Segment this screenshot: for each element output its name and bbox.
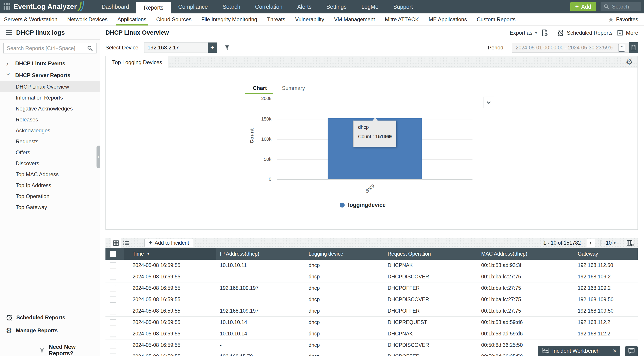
table-row[interactable]: 2024-05-08 16:59:55 - dhcp DHCPDISCOVER … [106, 271, 638, 282]
row-checkbox[interactable] [110, 274, 116, 280]
tree-item-releases[interactable]: Releases [0, 114, 100, 125]
grid-view-button[interactable] [111, 238, 121, 248]
table-row[interactable]: 2024-05-08 16:59:55 192.168.109.197 dhcp… [106, 305, 638, 317]
next-page-button[interactable]: › [586, 239, 595, 247]
device-input[interactable] [144, 42, 208, 53]
export-as-button[interactable]: Export as ▾ [510, 30, 537, 36]
page-size-select[interactable]: 10 ▾ [606, 240, 616, 246]
table-row[interactable]: 2024-05-08 16:59:55 10.10.10.14 dhcp DHC… [106, 317, 638, 328]
add-to-incident-label: Add to Incident [155, 240, 189, 246]
filter-button[interactable] [224, 45, 230, 50]
list-view-button[interactable] [121, 238, 132, 248]
row-checkbox[interactable] [110, 285, 116, 291]
tab-top-logging-devices[interactable]: Top Logging Devices [106, 56, 168, 68]
column-header-logging-device[interactable]: Logging device [305, 251, 384, 257]
column-chooser-icon[interactable] [626, 240, 634, 246]
tree-item-information-reports[interactable]: Information Reports [0, 92, 100, 103]
ytick-50k: 50k [244, 157, 272, 162]
summary-tab[interactable]: Summary [282, 85, 305, 91]
app-logo[interactable]: EventLog Analyzer [14, 0, 85, 13]
subnav-applications[interactable]: Applications [112, 13, 151, 25]
row-checkbox[interactable] [110, 308, 116, 314]
row-checkbox[interactable] [110, 354, 116, 356]
tree-item-top-gateway[interactable]: Top Gateway [0, 202, 100, 213]
app-grid-icon[interactable] [4, 3, 10, 10]
column-header-mac[interactable]: MAC Address(dhcp) [478, 251, 574, 257]
top-nav-dashboard[interactable]: Dashboard [94, 0, 136, 13]
top-nav-alerts[interactable]: Alerts [290, 0, 319, 13]
chart-tab[interactable]: Chart [253, 85, 267, 91]
report-search-input[interactable] [7, 45, 87, 51]
add-button[interactable]: + Add [570, 2, 596, 11]
subnav-vm-management[interactable]: VM Management [329, 13, 380, 25]
tree-group-dhcp-linux-events[interactable]: › DHCP Linux Events [0, 57, 100, 69]
subnav-file-integrity-monitoring[interactable]: File Integrity Monitoring [196, 13, 262, 25]
tree-item-negative-acknowledges[interactable]: Negative Acknowledges [0, 103, 100, 114]
subnav-threats[interactable]: Threats [262, 13, 290, 25]
tree-item-top-operation[interactable]: Top Operation [0, 191, 100, 202]
subnav-servers-workstation[interactable]: Servers & Workstation [0, 13, 62, 25]
close-icon[interactable]: × [613, 348, 617, 354]
chart-export-dropdown[interactable] [483, 97, 494, 108]
table-header-row: Time ▼ IP Address(dhcp) Logging device R… [106, 248, 638, 260]
sidebar-collapse-handle[interactable]: ‹ [96, 146, 100, 168]
chart-legend[interactable]: loggingdevice [340, 202, 386, 208]
row-checkbox[interactable] [110, 342, 116, 348]
column-header-request-operation[interactable]: Request Operation [384, 251, 478, 257]
top-nav-settings[interactable]: Settings [319, 0, 354, 13]
table-row[interactable]: 2024-05-08 16:59:55 10.10.10.14 dhcp DHC… [106, 328, 638, 340]
calendar-button[interactable] [629, 42, 638, 53]
export-document-icon[interactable] [542, 29, 548, 36]
tree-item-discovers[interactable]: Discovers [0, 158, 100, 169]
column-header-ip[interactable]: IP Address(dhcp) [216, 251, 305, 257]
subnav-custom-reports[interactable]: Custom Reports [472, 13, 520, 25]
tree-item-offers[interactable]: Offers [0, 147, 100, 158]
report-tree: › DHCP Linux Events › DHCP Server Report… [0, 57, 100, 213]
tree-item-top-mac-address[interactable]: Top MAC Address [0, 169, 100, 180]
subnav-network-devices[interactable]: Network Devices [62, 13, 112, 25]
hamburger-menu-icon[interactable] [6, 30, 12, 35]
subnav-mitre-attck[interactable]: Mitre ATT&CK [380, 13, 424, 25]
period-input[interactable] [512, 43, 629, 52]
global-search-input[interactable] [612, 3, 636, 10]
tree-item-dhcp-linux-overview[interactable]: DHCP Linux Overview [0, 81, 100, 92]
top-nav-correlation[interactable]: Correlation [248, 0, 290, 13]
top-nav-reports[interactable]: Reports [136, 2, 171, 13]
subnav-me-applications[interactable]: ME Applications [424, 13, 472, 25]
row-checkbox[interactable] [110, 319, 116, 325]
column-header-gateway[interactable]: Gateway [574, 251, 638, 257]
row-checkbox[interactable] [110, 297, 116, 303]
top-nav-compliance[interactable]: Compliance [171, 0, 215, 13]
tree-item-requests[interactable]: Requests [0, 136, 100, 147]
add-device-button[interactable]: + [208, 42, 217, 53]
report-search-box[interactable] [3, 43, 96, 53]
global-search-box[interactable] [600, 2, 641, 11]
table-row[interactable]: 2024-05-08 16:59:55 10.10.10.11 dhcp DHC… [106, 260, 638, 271]
need-new-reports-link[interactable]: Need New Reports? [38, 344, 100, 356]
add-to-incident-button[interactable]: + Add to Incident [144, 239, 193, 247]
favorites-button[interactable]: ★ Favorites [608, 13, 638, 25]
tree-item-acknowledges[interactable]: Acknowledges [0, 125, 100, 136]
row-checkbox[interactable] [110, 262, 116, 268]
sidebar-scheduled-reports[interactable]: Scheduled Reports [0, 312, 66, 323]
table-row[interactable]: 2024-05-08 16:59:55 - dhcp DHCPDISCOVER … [106, 294, 638, 305]
top-nav-logme[interactable]: LogMe [354, 0, 386, 13]
select-all-checkbox[interactable] [110, 251, 116, 257]
tree-group-dhcp-server-reports[interactable]: › DHCP Server Reports [0, 69, 100, 81]
column-header-time[interactable]: Time ▼ [124, 248, 216, 260]
chat-button[interactable] [625, 346, 638, 356]
subnav-cloud-sources[interactable]: Cloud Sources [151, 13, 196, 25]
panel-settings-button[interactable]: ⚙ [626, 58, 632, 66]
subnav-vulnerability[interactable]: Vulnerability [290, 13, 329, 25]
sort-desc-icon: ▼ [147, 252, 150, 256]
wildcard-date-icon[interactable]: * [618, 44, 625, 52]
incident-workbench-bar[interactable]: Incident Workbench × [538, 346, 620, 356]
row-checkbox[interactable] [110, 331, 116, 337]
sidebar-manage-reports[interactable]: ⚙ Manage Reports [0, 325, 58, 336]
tree-item-top-ip-address[interactable]: Top Ip Address [0, 180, 100, 191]
top-nav-support[interactable]: Support [386, 0, 420, 13]
scheduled-reports-button[interactable]: Scheduled Reports [557, 29, 612, 36]
table-row[interactable]: 2024-05-08 16:59:55 192.168.109.197 dhcp… [106, 282, 638, 294]
more-button[interactable]: More [617, 30, 638, 36]
top-nav-search[interactable]: Search [215, 0, 248, 13]
